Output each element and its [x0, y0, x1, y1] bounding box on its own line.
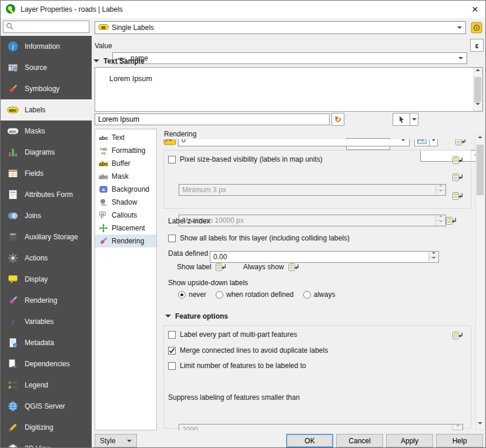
scroll-thumb[interactable] [474, 77, 481, 102]
radio-when-rotation-defined[interactable]: when rotation defined [216, 290, 294, 299]
limit-features-checkbox[interactable] [168, 362, 176, 370]
apply-button[interactable]: Apply [386, 434, 433, 447]
tab-callouts[interactable]: ab Callouts [95, 209, 156, 222]
settings-search-input[interactable] [16, 23, 89, 31]
text-sample-section-header[interactable]: Text Sample [93, 56, 145, 65]
tab-mask[interactable]: abc Mask [95, 170, 156, 183]
min-pixel-size-spinbox[interactable]: Minimum 3 px [179, 184, 446, 196]
sidebar-item-labels[interactable]: abc Labels [1, 99, 92, 121]
sidebar-item-metadata[interactable]: i Metadata [1, 332, 92, 353]
reset-sample-button[interactable]: ↻ [331, 113, 344, 126]
radio-never-control[interactable] [178, 291, 186, 299]
tab-placement[interactable]: Placement [95, 222, 156, 235]
scroll-up-arrow[interactable] [476, 135, 484, 143]
sidebar-item-attributes-form[interactable]: Attributes Form [1, 184, 92, 205]
symbology-icon [6, 82, 19, 95]
style-button[interactable]: Style [95, 434, 137, 447]
sidebar-item-source[interactable]: Source [1, 57, 92, 78]
merge-lines-checkbox-row[interactable]: Merge connected lines to avoid duplicate… [168, 346, 328, 355]
close-button[interactable]: ✕ [464, 1, 485, 18]
z-index-data-defined-button[interactable] [444, 215, 458, 226]
sidebar-item-masks[interactable]: abc Masks [1, 121, 92, 142]
radio-always-control[interactable] [303, 291, 311, 299]
merge-lines-checkbox[interactable] [168, 347, 176, 355]
show-label-data-defined-button[interactable] [214, 261, 228, 273]
show-all-labels-checkbox-row[interactable]: Show all labels for this layer (includin… [168, 234, 350, 242]
show-all-labels-checkbox[interactable] [168, 235, 176, 242]
sidebar-item-joins[interactable]: Joins [1, 205, 92, 226]
automated-placement-settings-button[interactable] [469, 21, 484, 35]
spin-down-button[interactable] [428, 257, 438, 262]
sidebar-item-actions[interactable]: Actions [1, 248, 92, 269]
ok-button[interactable]: OK [286, 434, 333, 447]
sidebar-item-qgis-server[interactable]: QGIS Server [1, 396, 92, 417]
dependencies-icon [6, 357, 19, 370]
tab-background[interactable]: a Background [95, 183, 156, 196]
sidebar-item-3d-view[interactable]: 3D View [1, 438, 92, 447]
panel-scrollbar[interactable] [475, 135, 485, 430]
spin-up-button[interactable] [428, 252, 438, 257]
limit-features-spinbox[interactable]: 2000 [179, 424, 463, 430]
spin-up-button[interactable] [453, 425, 462, 430]
diagrams-icon [6, 146, 19, 159]
radio-rotation-control[interactable] [216, 291, 223, 299]
sidebar-item-fields[interactable]: Fields [1, 163, 92, 184]
multi-part-checkbox-row[interactable]: Label every part of multi-part features [168, 330, 297, 339]
scroll-up-arrow[interactable] [474, 68, 482, 76]
collapse-arrow-icon [165, 315, 171, 320]
svg-text:abc: abc [99, 135, 108, 141]
preview-settings-arrow[interactable] [410, 113, 418, 126]
max-pixel-data-defined-button[interactable] [450, 190, 464, 202]
sidebar-item-display[interactable]: Display [1, 269, 92, 290]
settings-search-box[interactable] [3, 21, 89, 33]
shadow-tab-icon [98, 198, 109, 207]
always-show-data-defined-button[interactable] [286, 261, 300, 273]
radio-always[interactable]: always [303, 290, 336, 299]
sidebar-item-auxiliary-storage[interactable]: Auxiliary Storage [1, 226, 92, 248]
expression-builder-button[interactable]: ε [470, 39, 484, 52]
label-multipart-checkbox[interactable] [168, 331, 176, 339]
radio-never[interactable]: never [178, 290, 206, 299]
sample-text-input[interactable] [95, 113, 330, 125]
tab-rendering[interactable]: Rendering [95, 235, 156, 248]
sample-scrollbar[interactable] [473, 68, 482, 111]
value-field-select[interactable]: abc name [112, 52, 467, 64]
cancel-button[interactable]: Cancel [336, 434, 383, 447]
multipart-data-defined-button[interactable] [450, 329, 464, 341]
tab-text[interactable]: abc Text [95, 131, 156, 144]
sidebar-item-information[interactable]: i Information [1, 36, 92, 57]
pixel-size-visibility-checkbox[interactable] [168, 156, 176, 163]
labeling-mode-select[interactable]: ab Single Labels [95, 21, 466, 34]
pixel-visibility-data-defined-button[interactable] [450, 154, 464, 166]
set-to-current-scale-button[interactable] [414, 139, 438, 146]
pixel-size-visibility-checkbox-row[interactable]: Pixel size-based visibility (labels in m… [168, 155, 323, 163]
sidebar-item-digitizing[interactable]: Digitizing [1, 417, 92, 438]
tab-buffer[interactable]: abc Buffer [95, 157, 156, 170]
spin-down-button[interactable] [435, 190, 445, 195]
limit-features-checkbox-row[interactable]: Limit number of features to be labeled t… [168, 362, 306, 370]
sidebar-item-symbology[interactable]: Symbology [1, 78, 92, 99]
tab-shadow[interactable]: Shadow [95, 196, 156, 209]
scroll-down-arrow[interactable] [474, 102, 482, 111]
scale-combobox[interactable]: 0 [178, 139, 410, 146]
sidebar-item-diagrams[interactable]: Diagrams [1, 142, 92, 163]
feature-options-section-header[interactable]: Feature options [165, 312, 228, 320]
help-button[interactable]: Help [436, 434, 483, 447]
sidebar-item-rendering[interactable]: Rendering [1, 290, 92, 311]
preview-settings-button[interactable] [393, 113, 418, 126]
sidebar-item-variables[interactable]: ε Variables [1, 311, 92, 332]
sidebar-item-legend[interactable]: Legend [1, 375, 92, 396]
tab-formatting[interactable]: +ab<c Formatting [95, 144, 156, 157]
scale-data-defined-button[interactable] [453, 139, 467, 147]
max-pixel-size-spinbox[interactable]: Maximum 10000 px [179, 215, 446, 226]
layer-properties-dialog: Layer Properties - roads | Labels ✕ i In… [0, 0, 486, 448]
legend-icon [6, 379, 19, 392]
scroll-thumb[interactable] [477, 145, 484, 195]
scroll-down-arrow[interactable] [476, 422, 484, 430]
spin-up-button[interactable] [435, 185, 445, 190]
scale-button-arrow[interactable] [430, 139, 438, 146]
spin-down-button[interactable] [453, 430, 462, 431]
cursor-icon [393, 113, 410, 126]
sidebar-item-dependencies[interactable]: Dependencies [1, 353, 92, 375]
min-pixel-data-defined-button[interactable] [450, 171, 464, 183]
